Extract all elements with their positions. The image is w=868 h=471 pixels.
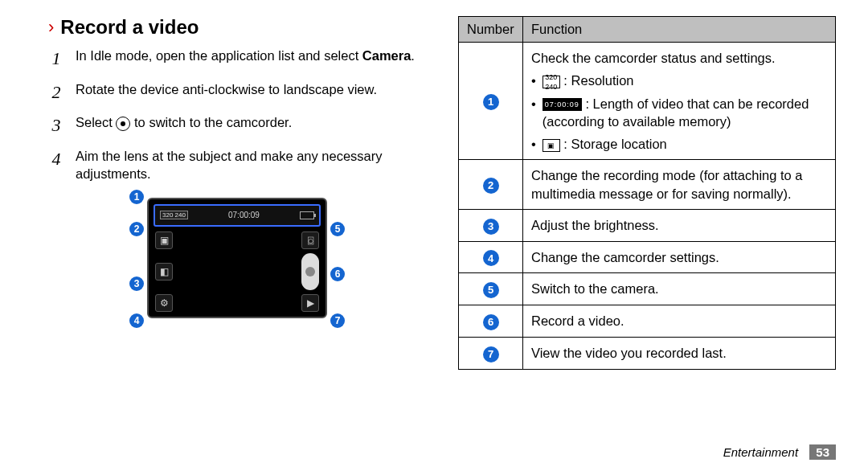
record-dot-icon xyxy=(305,267,315,276)
step-text: In Idle mode, open the application list … xyxy=(76,47,426,71)
bullet-label: : Storage location xyxy=(560,137,667,151)
step-text: Select to switch to the camcorder. xyxy=(76,113,426,137)
camera-icon xyxy=(116,117,130,131)
table-row: 5 Switch to the camera. xyxy=(459,273,836,305)
camcorder-diagram: 320 240 07:00:09 ▣ ◧ ⚙ ⌼ ▶ 1 xyxy=(48,193,426,338)
step-number: 4 xyxy=(48,147,64,183)
step-3: 3 Select to switch to the camcorder. xyxy=(48,113,426,137)
step-number: 1 xyxy=(48,47,64,71)
bullet-label: : Resolution xyxy=(560,73,634,88)
callout-7: 7 xyxy=(330,313,345,328)
section-heading: Record a video xyxy=(60,16,199,39)
header-function: Function xyxy=(523,17,836,43)
bullet-icon: • xyxy=(531,135,536,153)
callout-2: 2 xyxy=(129,222,144,236)
battery-icon xyxy=(300,211,314,219)
page-footer: Entertainment 53 xyxy=(723,444,836,460)
step-4: 4 Aim the lens at the subject and make a… xyxy=(48,147,426,183)
footer-page-number: 53 xyxy=(809,444,836,460)
bullet-icon: • xyxy=(531,72,536,89)
header-number: Number xyxy=(459,17,523,43)
row-number-badge: 5 xyxy=(483,282,499,298)
duration-icon: 07:00:09 xyxy=(542,98,582,111)
gallery-icon: ▶ xyxy=(301,294,319,312)
camcorder-left-controls: ▣ ◧ ⚙ xyxy=(154,231,174,312)
step-text: Aim the lens at the subject and make any… xyxy=(76,147,426,183)
step-1: 1 In Idle mode, open the application lis… xyxy=(48,47,426,71)
camcorder-status-bar: 320 240 07:00:09 xyxy=(154,204,321,227)
camcorder-screen: 320 240 07:00:09 ▣ ◧ ⚙ ⌼ ▶ xyxy=(147,198,327,318)
bullet-text: ▣ : Storage location xyxy=(542,135,667,153)
row-number-badge: 3 xyxy=(483,219,499,235)
mode-icon: ▣ xyxy=(155,231,173,249)
callout-1: 1 xyxy=(129,190,144,204)
manual-page: › Record a video 1 In Idle mode, open th… xyxy=(0,0,868,471)
step-2: 2 Rotate the device anti-clockwise to la… xyxy=(48,80,426,104)
row-number-badge: 4 xyxy=(483,250,499,266)
storage-icon: ▣ xyxy=(542,139,560,152)
callout-6: 6 xyxy=(330,267,345,281)
left-column: › Record a video 1 In Idle mode, open th… xyxy=(48,16,442,463)
footer-section: Entertainment xyxy=(723,445,798,459)
resolution-chip: 320 240 xyxy=(160,211,188,219)
step-text-part: In Idle mode, open the application list … xyxy=(76,48,362,63)
row-number-badge: 7 xyxy=(483,346,499,362)
brightness-icon: ◧ xyxy=(155,263,173,281)
chevron-right-icon: › xyxy=(48,18,54,36)
row-function: Check the camcorder status and settings.… xyxy=(523,43,836,160)
section-heading-row: › Record a video xyxy=(48,16,426,39)
row-number-badge: 1 xyxy=(483,94,499,110)
step-text-part: to switch to the camcorder. xyxy=(130,115,292,129)
row-lead-text: Check the camcorder status and settings. xyxy=(531,49,827,67)
record-button xyxy=(301,253,319,290)
app-name: Camera xyxy=(362,48,411,63)
camcorder-right-controls: ⌼ ▶ xyxy=(300,231,321,312)
step-number: 3 xyxy=(48,113,64,137)
step-text: Rotate the device anti-clockwise to land… xyxy=(76,80,426,104)
record-time: 07:00:09 xyxy=(228,211,260,219)
table-row: 7 View the video you recorded last. xyxy=(459,337,836,369)
row-function: Switch to the camera. xyxy=(523,273,836,305)
right-column: Number Function 1 Check the camcorder st… xyxy=(442,16,836,463)
callout-5: 5 xyxy=(330,222,345,236)
table-row: 6 Record a video. xyxy=(459,305,836,338)
table-row: 2 Change the recording mode (for attachi… xyxy=(459,160,836,210)
callout-3: 3 xyxy=(129,276,144,291)
row-function: View the video you recorded last. xyxy=(523,337,836,369)
bullet-icon: • xyxy=(531,95,536,131)
table-row: 4 Change the camcorder settings. xyxy=(459,241,836,273)
bullet-text: 07:00:09 : Length of video that can be r… xyxy=(542,95,827,131)
table-row: 3 Adjust the brightness. xyxy=(459,209,836,241)
row-function: Record a video. xyxy=(523,305,836,338)
row-number-badge: 6 xyxy=(483,314,499,330)
step-number: 2 xyxy=(48,80,64,104)
row-number-badge: 2 xyxy=(483,178,499,194)
bullet-label: : Length of video that can be recorded (… xyxy=(542,96,809,129)
settings-icon: ⚙ xyxy=(155,294,173,312)
step-text-part: Select xyxy=(76,115,116,129)
callout-4: 4 xyxy=(129,313,144,328)
bullet-text: 320240 : Resolution xyxy=(542,72,634,89)
table-row: 1 Check the camcorder status and setting… xyxy=(459,43,836,160)
switch-camera-icon: ⌼ xyxy=(301,231,319,249)
table-header-row: Number Function xyxy=(459,17,836,43)
resolution-icon: 320240 xyxy=(542,76,560,88)
row-function: Change the recording mode (for attaching… xyxy=(523,160,836,210)
row-function: Adjust the brightness. xyxy=(523,209,836,241)
row-function: Change the camcorder settings. xyxy=(523,241,836,273)
step-text-part: . xyxy=(411,48,415,63)
function-table: Number Function 1 Check the camcorder st… xyxy=(458,16,836,370)
